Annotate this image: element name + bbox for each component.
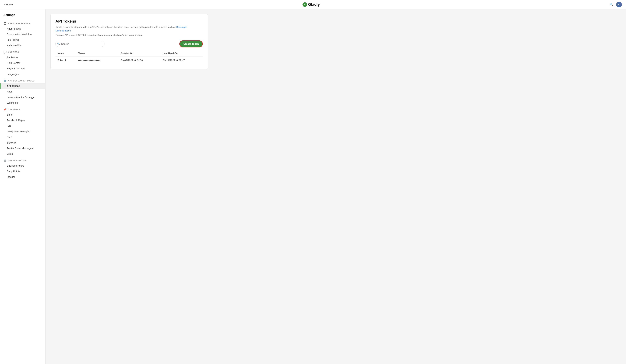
top-navigation: ‹ Home + Gladly 🔍 FD xyxy=(0,0,626,9)
sidebar-section-answers: 💬ANSWERS xyxy=(0,48,45,55)
sidebar-section-app_developer_tools: ⚙️APP DEVELOPER TOOLS xyxy=(0,77,45,83)
sidebar-item-inboxes[interactable]: Inboxes xyxy=(0,174,45,180)
sidebar-section-agent_experience: 🎧AGENT EXPERIENCE xyxy=(0,20,45,26)
page-description: Create a token to integrate with our API… xyxy=(55,25,203,33)
token-table: Name Token Created On Last Used On Token… xyxy=(55,50,203,64)
sidebar-item-voice[interactable]: Voice xyxy=(0,151,45,157)
content-card: API Tokens Create a token to integrate w… xyxy=(50,14,208,69)
channels-icon: 📣 xyxy=(3,108,7,111)
sidebar-item-agent-status[interactable]: Agent Status xyxy=(0,26,45,32)
sidebar-section-channels: 📣CHANNELS xyxy=(0,106,45,112)
desc-text-1: Create a token to integrate with our API… xyxy=(55,26,176,28)
sidebar-item-keyword-groups[interactable]: Keyword Groups xyxy=(0,66,45,71)
sidebar-item-relationships[interactable]: Relationships xyxy=(0,43,45,48)
main-content: API Tokens Create a token to integrate w… xyxy=(45,9,626,364)
app_developer_tools-icon: ⚙️ xyxy=(3,79,7,82)
orchestration-icon: 🏢 xyxy=(3,159,7,162)
example-api-text: Example API request: GET https://partner… xyxy=(55,33,203,37)
search-input[interactable] xyxy=(55,41,104,47)
table-body: Token 1••••••••••••••••••••••••••09/09/2… xyxy=(55,56,203,64)
table-row: Token 1••••••••••••••••••••••••••09/09/2… xyxy=(55,56,203,64)
sidebar-item-audiences[interactable]: Audiences xyxy=(0,55,45,60)
sidebar-item-business-hours[interactable]: Business Hours xyxy=(0,163,45,169)
page-layout: Settings 🎧AGENT EXPERIENCEAgent StatusCo… xyxy=(0,9,626,364)
topnav-right: 🔍 FD xyxy=(610,2,622,7)
sidebar-item-instagram-messaging[interactable]: Instagram Messaging xyxy=(0,129,45,134)
cell-name: Token 1 xyxy=(55,56,76,64)
sidebar-item-sidekick[interactable]: Sidekick xyxy=(0,140,45,146)
col-name-header: Name xyxy=(55,50,76,56)
sidebar-item-email[interactable]: Email xyxy=(0,112,45,117)
sidebar-item-languages[interactable]: Languages xyxy=(0,71,45,77)
answers-icon: 💬 xyxy=(3,51,7,53)
cell-token: •••••••••••••••••••••••••• xyxy=(76,56,119,64)
sidebar-item-help-center[interactable]: Help Center xyxy=(0,60,45,66)
back-home-button[interactable]: ‹ Home xyxy=(4,3,13,6)
global-search-icon[interactable]: 🔍 xyxy=(610,3,613,6)
logo-icon: + xyxy=(303,2,307,7)
search-wrapper: 🔍 xyxy=(55,41,104,47)
sidebar: Settings 🎧AGENT EXPERIENCEAgent StatusCo… xyxy=(0,9,45,364)
cell-created_on: 09/09/2022 at 04:00 xyxy=(119,56,161,64)
agent_experience-icon: 🎧 xyxy=(3,22,7,25)
desc-text-2: . xyxy=(71,29,71,32)
sidebar-item-api-tokens[interactable]: API Tokens xyxy=(0,83,45,89)
cell-last_used_on: 09/11/2022 at 09:47 xyxy=(161,56,203,64)
sidebar-item-webhooks[interactable]: Webhooks xyxy=(0,100,45,106)
sidebar-item-entry-points[interactable]: Entry Points xyxy=(0,169,45,174)
col-lastused-header: Last Used On xyxy=(161,50,203,56)
logo: + Gladly xyxy=(303,2,320,7)
sidebar-item-idle-timing[interactable]: Idle Timing xyxy=(0,37,45,43)
table-header: Name Token Created On Last Used On xyxy=(55,50,203,56)
col-created-header: Created On xyxy=(119,50,161,56)
sidebar-title: Settings xyxy=(0,13,45,20)
page-title: API Tokens xyxy=(55,19,203,24)
sidebar-item-conversation-workflow[interactable]: Conversation Workflow xyxy=(0,32,45,37)
sidebar-item-lookup-adapter-debugger[interactable]: Lookup Adapter Debugger xyxy=(0,94,45,100)
sidebar-section-orchestration: 🏢ORCHESTRATION xyxy=(0,157,45,163)
sidebar-item-apps[interactable]: Apps xyxy=(0,89,45,94)
sidebar-item-sms[interactable]: SMS xyxy=(0,134,45,140)
chevron-left-icon: ‹ xyxy=(4,3,5,6)
create-token-button[interactable]: Create Token xyxy=(179,40,203,47)
table-header-row: Name Token Created On Last Used On xyxy=(55,50,203,56)
sidebar-item-twitter-direct-messages[interactable]: Twitter Direct Messages xyxy=(0,146,45,151)
toolbar-row: 🔍 Create Token xyxy=(55,40,203,47)
sidebar-item-ivr[interactable]: IVR xyxy=(0,123,45,129)
back-label: Home xyxy=(6,3,13,6)
user-avatar[interactable]: FD xyxy=(616,2,622,7)
search-icon: 🔍 xyxy=(57,42,60,45)
sidebar-item-facebook-pages[interactable]: Facebook Pages xyxy=(0,117,45,123)
col-token-header: Token xyxy=(76,50,119,56)
